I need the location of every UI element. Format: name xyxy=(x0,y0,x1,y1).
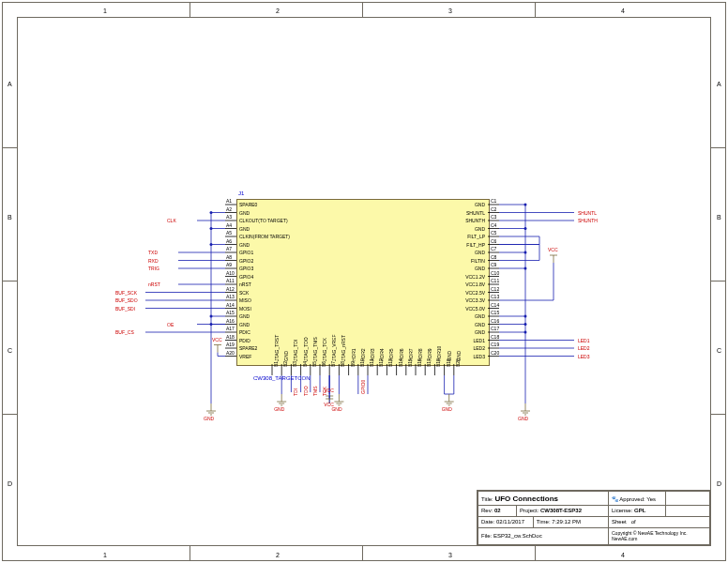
approved-value: Yes xyxy=(646,496,656,502)
date-key: Date: xyxy=(481,519,494,525)
project-key: Project: xyxy=(520,508,538,513)
paw-icon: 🐾 xyxy=(612,496,618,502)
title-value: UFO Connections xyxy=(494,495,558,503)
copyright: Copyright © NewAE Technology Inc. NewAE.… xyxy=(612,530,688,541)
approved-key: Approved: xyxy=(619,496,645,502)
wiring-layer xyxy=(0,0,728,563)
sheet-value: of xyxy=(631,519,636,525)
schematic-sheet: 11223344AABBCCDD J1 CW308_TARGETCON A1SP… xyxy=(0,0,728,563)
file-key: File: xyxy=(481,533,492,539)
rev-value: 02 xyxy=(494,508,501,513)
sheet-key: Sheet xyxy=(612,519,627,525)
time-value: 7:29:12 PM xyxy=(552,519,581,525)
license-key: License: xyxy=(612,508,632,513)
license-value: GPL xyxy=(634,508,645,513)
date-value: 02/11/2017 xyxy=(496,519,524,525)
title-block: Title: UFO Connections 🐾 Approved: Yes R… xyxy=(477,490,711,546)
file-value: ESP32_cw.SchDoc xyxy=(493,533,542,539)
project-value: CW308T-ESP32 xyxy=(540,508,582,513)
rev-key: Rev: xyxy=(481,508,493,513)
time-key: Time: xyxy=(537,519,551,525)
title-key: Title: xyxy=(481,496,493,502)
